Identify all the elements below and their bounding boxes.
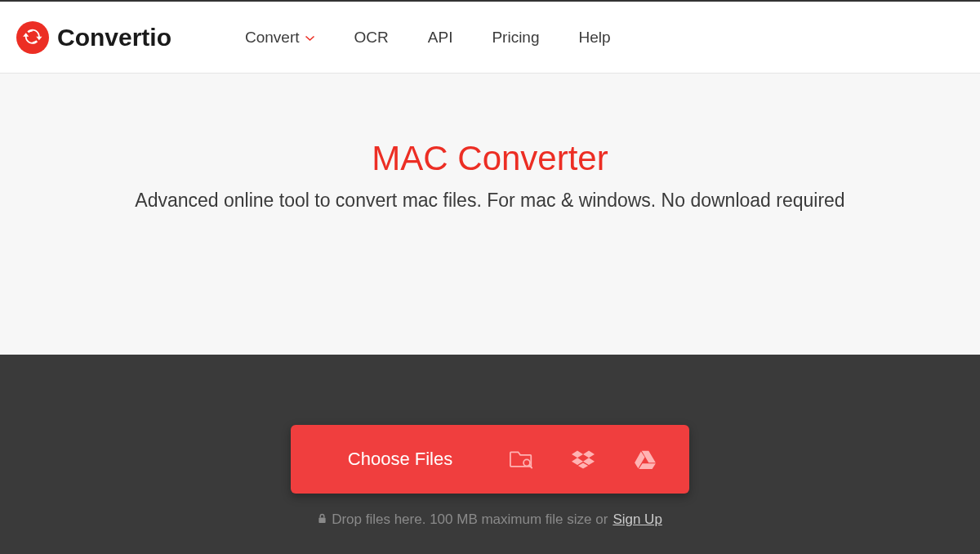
choose-files-label: Choose Files — [348, 449, 452, 470]
page-subtitle: Advanced online tool to convert mac file… — [0, 190, 980, 212]
nav-help[interactable]: Help — [578, 29, 610, 47]
upload-hint: Drop files here. 100 MB maximum file siz… — [0, 512, 980, 528]
nav-pricing[interactable]: Pricing — [492, 29, 539, 47]
dropbox-icon[interactable] — [572, 449, 595, 469]
upload-section: Choose Files Drop files here. 100 MB max… — [0, 355, 980, 554]
source-icons — [510, 449, 657, 469]
nav-convert[interactable]: Convert — [245, 29, 315, 47]
main-header: Convertio Convert OCR API Pricing Help — [0, 2, 980, 74]
google-drive-icon[interactable] — [634, 449, 657, 469]
folder-search-icon[interactable] — [510, 449, 532, 469]
chevron-down-icon — [305, 31, 315, 44]
nav-ocr[interactable]: OCR — [354, 29, 389, 47]
nav-api[interactable]: API — [428, 29, 453, 47]
svg-rect-2 — [319, 518, 326, 523]
hero-section: MAC Converter Advanced online tool to co… — [0, 74, 980, 212]
page-title: MAC Converter — [0, 139, 980, 178]
upload-hint-text: Drop files here. 100 MB maximum file siz… — [332, 512, 608, 528]
main-nav: Convert OCR API Pricing Help — [245, 29, 611, 47]
logo[interactable]: Convertio — [16, 21, 172, 54]
lock-icon — [318, 513, 327, 526]
nav-convert-label: Convert — [245, 29, 300, 47]
logo-text: Convertio — [57, 24, 172, 51]
signup-link[interactable]: Sign Up — [612, 512, 662, 528]
choose-files-button[interactable]: Choose Files — [291, 425, 689, 494]
convertio-logo-icon — [16, 21, 49, 54]
